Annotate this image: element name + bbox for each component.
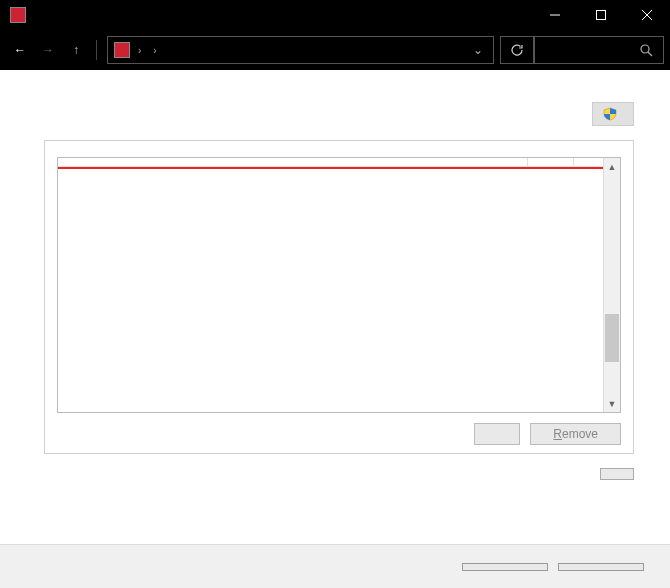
up-button[interactable]: ↑ [62, 36, 90, 64]
highlight-border [58, 167, 603, 169]
col-private[interactable] [528, 158, 574, 166]
firewall-icon [114, 42, 130, 58]
shield-uac-icon [603, 107, 617, 121]
details-button[interactable] [474, 423, 520, 445]
table-header [58, 158, 620, 167]
chevron-down-icon[interactable]: ⌄ [463, 43, 493, 57]
forward-button[interactable]: → [34, 36, 62, 64]
svg-point-4 [641, 45, 649, 53]
scroll-down-icon[interactable]: ▼ [604, 395, 620, 412]
firewall-icon [10, 7, 26, 23]
ok-button[interactable] [462, 563, 548, 571]
search-input[interactable] [534, 36, 664, 64]
chevron-right-icon: › [151, 45, 158, 56]
chevron-right-icon: › [136, 45, 143, 56]
scroll-thumb[interactable] [605, 314, 619, 362]
scrollbar[interactable]: ▲ ▼ [603, 158, 620, 412]
close-button[interactable] [624, 0, 670, 30]
allow-another-app-button[interactable] [600, 468, 634, 480]
change-settings-button[interactable] [592, 102, 634, 126]
apps-table: ▲ ▼ [57, 157, 621, 413]
back-button[interactable]: ← [6, 36, 34, 64]
minimize-button[interactable] [532, 0, 578, 30]
titlebar [0, 0, 670, 30]
svg-line-5 [648, 52, 652, 56]
maximize-button[interactable] [578, 0, 624, 30]
dialog-footer [0, 544, 670, 588]
content: ▲ ▼ Remove [0, 70, 670, 454]
svg-rect-1 [597, 11, 606, 20]
col-name[interactable] [58, 158, 528, 166]
breadcrumb[interactable]: › › ⌄ [107, 36, 494, 64]
scroll-track[interactable] [604, 175, 620, 395]
allowed-apps-panel: ▲ ▼ Remove [44, 140, 634, 454]
cancel-button[interactable] [558, 563, 644, 571]
remove-button[interactable]: Remove [530, 423, 621, 445]
nav-separator [96, 40, 97, 60]
refresh-button[interactable] [500, 36, 534, 64]
navbar: ← → ↑ › › ⌄ [0, 30, 670, 70]
scroll-up-icon[interactable]: ▲ [604, 158, 620, 175]
